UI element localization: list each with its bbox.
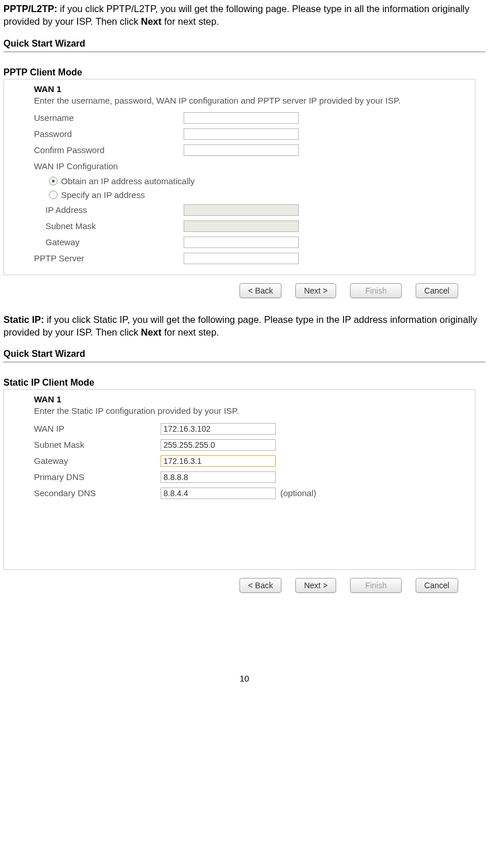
secondary-dns-input[interactable] <box>161 488 276 499</box>
radio-obtain-icon <box>49 177 58 185</box>
gateway-input[interactable] <box>161 455 276 467</box>
wan-ip-label: WAN IP <box>34 424 161 433</box>
static-button-bar: < Back Next > Finish Cancel <box>3 578 485 593</box>
radio-obtain-row[interactable]: Obtain an IP address automatically <box>34 174 469 188</box>
static-desc-text1: if you click Static IP, you will get the… <box>3 314 477 337</box>
pptp-description: PPTP/L2TP: if you click PPTP/L2TP, you w… <box>3 2 485 28</box>
next-button[interactable]: Next > <box>295 578 336 593</box>
pptp-button-bar: < Back Next > Finish Cancel <box>3 283 485 298</box>
password-label: Password <box>34 129 184 139</box>
pptp-panel: WAN 1 Enter the username, password, WAN … <box>3 79 475 275</box>
finish-button: Finish <box>350 578 402 593</box>
radio-specify-icon <box>49 191 58 199</box>
wizard-title: Quick Start Wizard <box>3 35 485 51</box>
confirm-password-label: Confirm Password <box>34 145 184 155</box>
radio-obtain-label: Obtain an IP address automatically <box>61 176 195 186</box>
subnet-mask-label: Subnet Mask <box>34 440 161 450</box>
next-button[interactable]: Next > <box>295 283 336 298</box>
primary-dns-input[interactable] <box>161 471 276 483</box>
ip-address-input <box>184 204 299 216</box>
subnet-mask-input[interactable] <box>161 439 276 451</box>
pptp-screenshot: Quick Start Wizard PPTP Client Mode WAN … <box>3 35 485 298</box>
divider <box>3 361 485 363</box>
username-input[interactable] <box>184 112 299 124</box>
pptp-desc-text2: for next step. <box>162 16 219 26</box>
wan-heading: WAN 1 <box>34 84 469 94</box>
gateway-input[interactable] <box>184 237 299 248</box>
static-intro: Enter the Static IP configuration provid… <box>34 405 469 417</box>
pptp-server-label: PPTP Server <box>34 253 184 263</box>
wan-ip-input[interactable] <box>161 423 276 435</box>
static-description: Static IP: if you click Static IP, you w… <box>3 313 485 339</box>
confirm-password-input[interactable] <box>184 144 299 156</box>
gateway-label: Gateway <box>34 456 161 466</box>
static-desc-text2: for next step. <box>162 327 219 337</box>
ip-address-label: IP Address <box>34 205 184 215</box>
back-button[interactable]: < Back <box>239 283 281 298</box>
username-label: Username <box>34 113 184 123</box>
secondary-dns-label: Secondary DNS <box>34 488 161 498</box>
optional-label: (optional) <box>280 488 317 498</box>
pptp-desc-next: Next <box>141 16 162 26</box>
page-number: 10 <box>3 673 485 689</box>
pptp-server-input[interactable] <box>184 253 299 264</box>
static-desc-next: Next <box>141 327 162 337</box>
subnet-mask-input <box>184 220 299 232</box>
static-desc-strong: Static IP: <box>3 314 44 325</box>
pptp-desc-strong: PPTP/L2TP: <box>3 3 58 14</box>
radio-specify-label: Specify an IP address <box>61 190 145 200</box>
wan-ip-config-label: WAN IP Configuration <box>34 161 118 171</box>
back-button[interactable]: < Back <box>239 578 281 593</box>
wizard-title: Quick Start Wizard <box>3 345 485 361</box>
finish-button: Finish <box>350 283 402 298</box>
radio-specify-row[interactable]: Specify an IP address <box>34 188 469 202</box>
pptp-desc-text1: if you click PPTP/L2TP, you will get the… <box>3 3 470 26</box>
password-input[interactable] <box>184 128 299 140</box>
subnet-mask-label: Subnet Mask <box>34 221 184 231</box>
cancel-button[interactable]: Cancel <box>416 578 458 593</box>
divider <box>3 51 485 52</box>
static-screenshot: Quick Start Wizard Static IP Client Mode… <box>3 345 485 593</box>
pptp-intro: Enter the username, password, WAN IP con… <box>34 95 469 106</box>
gateway-label: Gateway <box>34 237 184 247</box>
cancel-button[interactable]: Cancel <box>416 283 458 298</box>
mode-title: PPTP Client Mode <box>3 67 485 78</box>
mode-title: Static IP Client Mode <box>3 378 485 388</box>
primary-dns-label: Primary DNS <box>34 472 161 482</box>
wan-heading: WAN 1 <box>34 394 469 404</box>
static-panel: WAN 1 Enter the Static IP configuration … <box>3 389 475 570</box>
